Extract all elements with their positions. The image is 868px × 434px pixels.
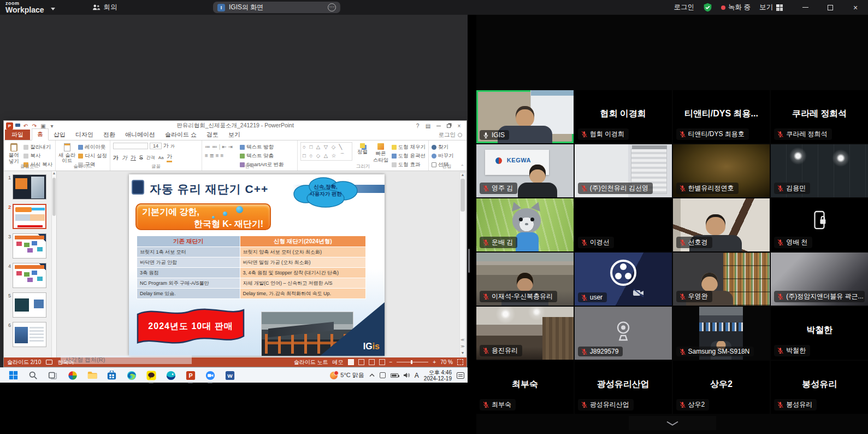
chevron-down-icon[interactable] bbox=[51, 8, 55, 10]
zoom-slider[interactable] bbox=[397, 362, 428, 362]
slide-thumbnail[interactable]: 4 bbox=[5, 263, 51, 288]
paste-button[interactable]: 붙여넣기 bbox=[7, 142, 21, 164]
close-button[interactable]: × bbox=[843, 0, 868, 15]
maximize-button[interactable] bbox=[818, 0, 843, 15]
participant-tile[interactable]: 상우2상우2 bbox=[673, 361, 770, 414]
slideshow-button[interactable] bbox=[379, 359, 385, 365]
taskbar-icon-windows[interactable] bbox=[7, 369, 20, 382]
taskbar-icon-whale[interactable] bbox=[164, 369, 177, 382]
grow-font-button[interactable]: 가 bbox=[163, 142, 169, 150]
layout-button[interactable]: 레이아웃 bbox=[78, 144, 107, 151]
participant-tile[interactable]: 김용민 bbox=[771, 144, 868, 197]
minimize-button[interactable] bbox=[793, 0, 818, 15]
participant-tile[interactable]: user bbox=[575, 253, 672, 306]
panel-resize-handle[interactable] bbox=[468, 249, 470, 273]
ribbon-tab-7[interactable]: 검토 bbox=[202, 130, 223, 140]
find-button[interactable]: 찾기 bbox=[432, 144, 454, 151]
participant-tile[interactable]: IGIS bbox=[476, 90, 574, 143]
slide-canvas[interactable]: 자동 유리 재단기 C++ 신속,정확, 사용자가 편한 bbox=[129, 174, 385, 356]
participant-tile[interactable]: 이재석-우신복층유리 bbox=[476, 253, 574, 306]
taskbar-icon-task-view[interactable] bbox=[46, 369, 59, 382]
slide-scrollbar[interactable]: ▲ ≪≫▼ bbox=[459, 172, 466, 356]
ppt-minimize-button[interactable] bbox=[433, 122, 444, 130]
thumbnail-scrollbar[interactable]: ▲ bbox=[51, 171, 56, 357]
participant-tile[interactable]: 한별유리정연호 bbox=[673, 144, 770, 197]
arrange-button[interactable]: 정렬 bbox=[355, 142, 370, 164]
tray-chevron-up-icon[interactable] bbox=[369, 373, 375, 377]
ribbon-tab-5[interactable]: 애니메이션 bbox=[120, 130, 160, 140]
save-icon[interactable] bbox=[15, 124, 20, 128]
participant-tile[interactable]: 우영완 bbox=[673, 253, 770, 306]
taskbar-icon-copilot[interactable] bbox=[66, 369, 79, 382]
taskbar-icon-microsoft-store[interactable] bbox=[105, 369, 118, 382]
zoom-level[interactable]: 70 % bbox=[440, 359, 453, 365]
shrink-font-button[interactable]: 가 bbox=[170, 143, 175, 149]
taskbar-clock[interactable]: 오후 4:46 2024-12-19 bbox=[424, 370, 452, 382]
new-slide-button[interactable]: 새 슬라이드 bbox=[58, 142, 75, 164]
recording-indicator[interactable]: 녹화 중 bbox=[721, 3, 751, 12]
zoom-out-button[interactable]: − bbox=[389, 359, 393, 365]
meeting-info-button[interactable]: 회의 bbox=[92, 3, 117, 12]
copy-button[interactable]: 복사 bbox=[23, 153, 52, 160]
weather-widget[interactable]: 5°C 맑음 bbox=[330, 371, 364, 379]
change-case-button[interactable]: Aa bbox=[158, 155, 164, 160]
more-participants-button[interactable] bbox=[629, 416, 716, 430]
taskbar-icon-kakaotalk[interactable] bbox=[145, 369, 157, 382]
shape-outline-button[interactable]: 도형 윤곽선 bbox=[392, 153, 426, 160]
bullets-button[interactable]: ≔ ≕|⇤ ⇥ bbox=[205, 144, 233, 150]
slide-thumbnail[interactable]: 2 bbox=[5, 204, 51, 229]
slide-sorter-view-button[interactable] bbox=[358, 359, 364, 365]
participant-tile[interactable]: 봉성유리봉성유리 bbox=[771, 361, 868, 414]
ppt-close-button[interactable]: × bbox=[454, 122, 464, 130]
font-size-box[interactable]: 14 bbox=[150, 143, 162, 149]
underline-button[interactable]: 가 bbox=[131, 154, 136, 162]
tab-options-icon[interactable]: ··· bbox=[328, 3, 336, 11]
previous-slide-button[interactable]: ≪ bbox=[460, 338, 464, 342]
shared-screen-tab[interactable]: I IGIS의 화면 ··· bbox=[213, 2, 340, 13]
reading-view-button[interactable] bbox=[369, 359, 375, 365]
align-text-button[interactable]: 텍스트 맞춤 bbox=[240, 153, 284, 160]
participant-tile[interactable]: 박철한박철한 bbox=[771, 307, 868, 360]
login-button[interactable]: 로그인 bbox=[674, 3, 695, 12]
security-shield-icon[interactable] bbox=[703, 3, 712, 12]
taskbar-icon-word[interactable]: W bbox=[223, 369, 236, 382]
replace-button[interactable]: 바꾸기 bbox=[432, 153, 454, 160]
slide-thumbnail[interactable]: 6 bbox=[5, 322, 51, 347]
participant-tile[interactable]: 영배 천 bbox=[771, 198, 868, 251]
slide-thumbnail[interactable]: 1 bbox=[5, 174, 51, 200]
ribbon-tab-1[interactable]: 홈 bbox=[32, 128, 49, 140]
speaker-icon[interactable] bbox=[403, 372, 410, 378]
ppt-restore-button[interactable] bbox=[444, 122, 454, 130]
participant-tile[interactable]: 용진유리 bbox=[476, 307, 574, 360]
normal-view-button[interactable] bbox=[348, 359, 354, 365]
participant-tile[interactable]: 이경선 bbox=[575, 198, 672, 251]
next-slide-button[interactable]: ≫ bbox=[460, 344, 464, 349]
memo-button[interactable]: 메모 bbox=[333, 359, 344, 366]
zoom-in-button[interactable]: + bbox=[433, 359, 436, 365]
participant-tile[interactable]: 협회 이경희협회 이경희 bbox=[575, 90, 672, 143]
italic-button[interactable]: 가 bbox=[122, 154, 127, 162]
participant-tile[interactable]: 광성유리산업광성유리산업 bbox=[575, 361, 672, 414]
reset-button[interactable]: 다시 설정 bbox=[78, 153, 107, 160]
taskbar-icon-zoom[interactable] bbox=[204, 369, 216, 382]
undo-icon[interactable]: ↶ bbox=[22, 122, 29, 129]
font-color-button[interactable]: 가 bbox=[167, 153, 172, 162]
bold-button[interactable]: 가 bbox=[113, 154, 119, 162]
participant-tile[interactable]: 티앤티/DYS 최용...티앤티/DYS 최용호 bbox=[673, 90, 770, 143]
quick-styles-button[interactable]: 빠른 스타일 bbox=[373, 142, 389, 164]
collapse-ribbon-icon[interactable]: ⌃ bbox=[460, 164, 464, 169]
ppt-ribbon-options-button[interactable]: ▤ bbox=[423, 122, 433, 130]
notes-button[interactable]: 슬라이드 노트 bbox=[294, 359, 328, 366]
ppt-help-button[interactable]: ? bbox=[412, 122, 423, 130]
redo-icon[interactable]: ↷ bbox=[31, 122, 38, 129]
strikethrough-button[interactable]: S bbox=[139, 155, 143, 161]
participant-tile[interactable]: 쿠라레 정희석쿠라레 정희석 bbox=[771, 90, 868, 143]
font-name-box[interactable] bbox=[113, 143, 148, 149]
ribbon-tab-3[interactable]: 디자인 bbox=[70, 130, 98, 140]
taskbar-icon-edge[interactable] bbox=[125, 369, 138, 382]
participant-tile[interactable]: J8929579 bbox=[575, 307, 672, 360]
fit-to-window-button[interactable] bbox=[457, 359, 463, 365]
view-button[interactable]: 보기 bbox=[759, 3, 783, 12]
participant-tile[interactable]: Samsung SM-S918N bbox=[673, 307, 770, 360]
notification-center-icon[interactable] bbox=[457, 372, 464, 379]
